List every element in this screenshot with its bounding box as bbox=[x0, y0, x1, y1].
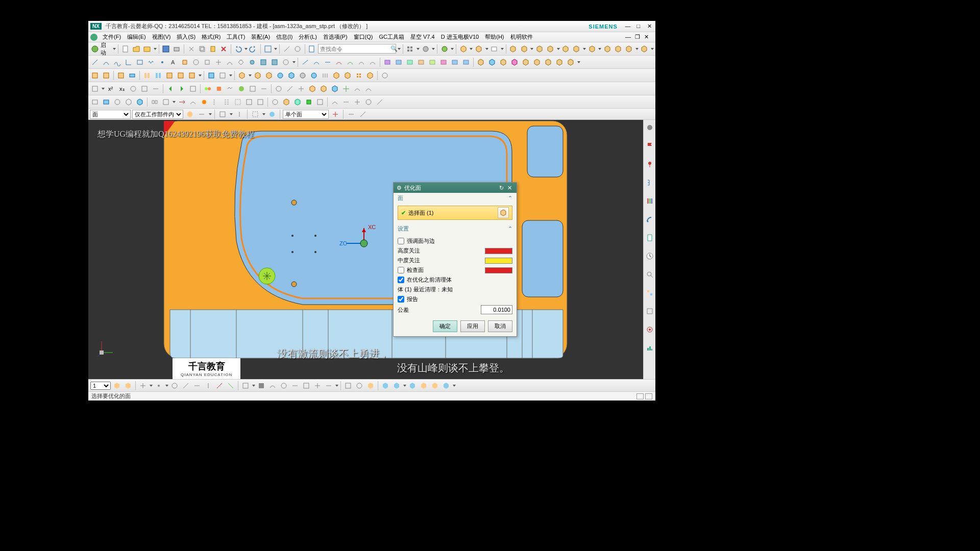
sk-4[interactable] bbox=[213, 57, 224, 67]
check-face-checkbox[interactable] bbox=[398, 267, 404, 273]
sketch-point[interactable] bbox=[157, 57, 167, 67]
bt-15[interactable] bbox=[290, 381, 300, 391]
t3-10[interactable] bbox=[206, 70, 216, 81]
tool-a-button[interactable] bbox=[292, 44, 302, 54]
select-face-row[interactable]: ✔ 选择面 (1) bbox=[398, 206, 512, 220]
cancel-button[interactable]: 取消 bbox=[488, 320, 512, 332]
t4-22[interactable] bbox=[363, 84, 374, 94]
ft-3[interactable] bbox=[498, 57, 508, 67]
tbtn-box1[interactable] bbox=[458, 44, 468, 54]
doc-restore-button[interactable]: ❐ bbox=[633, 34, 642, 40]
dialog-reset-button[interactable]: ↻ bbox=[497, 185, 505, 191]
sketch-spring[interactable] bbox=[146, 57, 156, 67]
save-button[interactable] bbox=[161, 44, 171, 54]
clean-checkbox[interactable] bbox=[398, 277, 404, 283]
tbtn-c1[interactable] bbox=[508, 44, 518, 54]
menu-view[interactable]: 视图(V) bbox=[149, 32, 174, 42]
t3-16[interactable] bbox=[286, 70, 297, 81]
section-face[interactable]: 面⌃ bbox=[394, 193, 517, 204]
command-finder-icon[interactable] bbox=[307, 44, 317, 54]
rb-search-icon[interactable] bbox=[645, 270, 654, 279]
menu-tool[interactable]: 工具(T) bbox=[224, 32, 248, 42]
t5-3[interactable] bbox=[112, 97, 122, 107]
tbtn-c2[interactable] bbox=[519, 44, 529, 54]
cut-button[interactable] bbox=[186, 44, 196, 54]
t5-8[interactable] bbox=[177, 97, 187, 107]
fb-1[interactable] bbox=[185, 109, 195, 119]
t3-2[interactable] bbox=[101, 70, 111, 81]
command-search-input[interactable] bbox=[320, 46, 390, 52]
sketch-corner[interactable] bbox=[124, 57, 134, 67]
doc-close-button[interactable]: ✕ bbox=[643, 34, 650, 40]
tbtn-rect[interactable] bbox=[489, 44, 499, 54]
print-button[interactable] bbox=[172, 44, 182, 54]
t4-21[interactable] bbox=[352, 84, 362, 94]
t5-18[interactable] bbox=[292, 97, 303, 107]
fb-5[interactable] bbox=[250, 109, 260, 119]
bt-26[interactable] bbox=[430, 381, 440, 391]
sk-6[interactable] bbox=[236, 57, 246, 67]
sf-4[interactable] bbox=[416, 57, 426, 67]
t4-5[interactable] bbox=[139, 84, 150, 94]
bt-8[interactable] bbox=[203, 381, 213, 391]
face-picker-button[interactable] bbox=[498, 207, 509, 218]
sf-2[interactable] bbox=[394, 57, 404, 67]
tbtn-grid[interactable] bbox=[405, 44, 415, 54]
rb-tree-icon[interactable] bbox=[645, 178, 654, 187]
menu-insert[interactable]: 插入(S) bbox=[174, 32, 199, 42]
t5-15[interactable] bbox=[255, 97, 265, 107]
fb-2[interactable] bbox=[197, 109, 207, 119]
bt-22[interactable] bbox=[380, 381, 390, 391]
t3-3[interactable] bbox=[116, 70, 126, 81]
redo-button[interactable] bbox=[249, 44, 258, 54]
t3-12[interactable] bbox=[237, 70, 247, 81]
t3-20[interactable] bbox=[331, 70, 341, 81]
t3-23[interactable] bbox=[365, 70, 375, 81]
t4-1[interactable] bbox=[90, 84, 100, 94]
t5-1[interactable] bbox=[90, 97, 100, 107]
tbtn-c7[interactable] bbox=[587, 44, 597, 54]
tbtn-c4[interactable] bbox=[545, 44, 555, 54]
cv-2[interactable] bbox=[311, 57, 322, 67]
sf-5[interactable] bbox=[427, 57, 437, 67]
sf-6[interactable] bbox=[438, 57, 449, 67]
t5-19[interactable] bbox=[304, 97, 314, 107]
bt-13[interactable] bbox=[267, 381, 278, 391]
t4-7[interactable] bbox=[188, 84, 198, 94]
sk-1[interactable] bbox=[180, 57, 190, 67]
t5-4[interactable] bbox=[124, 97, 134, 107]
menu-info[interactable]: 信息(I) bbox=[273, 32, 296, 42]
bt-20[interactable] bbox=[354, 381, 364, 391]
cv-3[interactable] bbox=[323, 57, 333, 67]
bt-12[interactable] bbox=[256, 381, 266, 391]
t5-6[interactable] bbox=[150, 97, 160, 107]
new-button[interactable] bbox=[120, 44, 130, 54]
nav-prev[interactable] bbox=[165, 84, 176, 94]
menu-format[interactable]: 格式(R) bbox=[199, 32, 224, 42]
menu-assembly[interactable]: 装配(A) bbox=[248, 32, 273, 42]
t3-9[interactable] bbox=[187, 70, 197, 81]
sketch-line[interactable] bbox=[90, 57, 100, 67]
status-icon-1[interactable] bbox=[636, 393, 644, 399]
t4-13[interactable] bbox=[259, 84, 269, 94]
t3-7[interactable] bbox=[164, 70, 175, 81]
bt-24[interactable] bbox=[407, 381, 418, 391]
t3-5[interactable] bbox=[142, 70, 152, 81]
sketch-arc[interactable] bbox=[101, 57, 111, 67]
tbtn-c3[interactable] bbox=[534, 44, 544, 54]
rb-target-icon[interactable] bbox=[645, 325, 654, 334]
sf-7[interactable] bbox=[450, 57, 460, 67]
t3-13[interactable] bbox=[253, 70, 263, 81]
start-dropdown-icon[interactable] bbox=[113, 48, 116, 50]
t3-19[interactable] bbox=[320, 70, 330, 81]
open-button[interactable] bbox=[131, 44, 141, 54]
tolerance-input[interactable] bbox=[481, 305, 512, 314]
menu-window[interactable]: 窗口(Q) bbox=[351, 32, 376, 42]
measure-button[interactable] bbox=[282, 44, 291, 54]
t5-16[interactable] bbox=[270, 97, 280, 107]
delete-button[interactable] bbox=[219, 44, 229, 54]
minimize-button[interactable]: — bbox=[624, 23, 632, 30]
sk-3[interactable] bbox=[202, 57, 212, 67]
t4-12[interactable] bbox=[248, 84, 258, 94]
rb-doc-icon[interactable] bbox=[645, 233, 654, 242]
